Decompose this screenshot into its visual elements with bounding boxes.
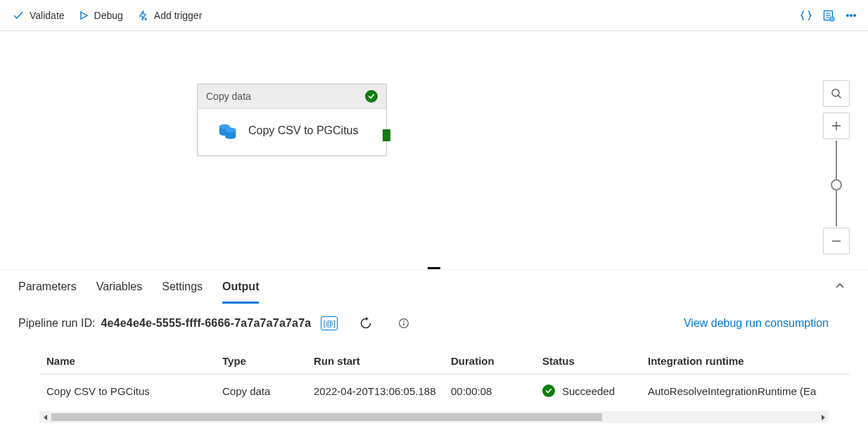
add-trigger-button[interactable]: Add trigger <box>130 6 209 25</box>
table-header-row: Name Type Run start Duration Status Inte… <box>39 348 850 375</box>
scrollbar-track[interactable] <box>51 411 817 423</box>
braces-icon <box>800 9 812 22</box>
activity-copy-data[interactable]: Copy data Copy CSV to PGCitus <box>197 84 387 156</box>
activity-name: Copy CSV to PGCitus <box>248 124 359 137</box>
code-view-button[interactable] <box>795 4 817 27</box>
more-button[interactable] <box>840 4 862 27</box>
pipeline-canvas[interactable]: Copy data Copy CSV to PGCitus <box>0 31 868 266</box>
triangle-right-icon <box>820 415 826 420</box>
zoom-slider[interactable] <box>836 141 837 226</box>
run-id-label: Pipeline run ID: <box>18 317 95 330</box>
run-id-value: 4e4e4e4e-5555-ffff-6666-7a7a7a7a7a7a <box>101 317 311 330</box>
cell-run-start: 2022-04-20T13:06:05.188 <box>307 375 444 408</box>
cell-duration: 00:00:08 <box>444 375 535 408</box>
validate-label: Validate <box>30 10 65 21</box>
col-integration-runtime[interactable]: Integration runtime <box>641 348 850 375</box>
ellipsis-icon <box>845 9 857 22</box>
output-table: Name Type Run start Duration Status Inte… <box>39 347 850 407</box>
success-icon <box>365 90 378 103</box>
bottom-panel: Parameters Variables Settings Output Pip… <box>0 269 868 423</box>
play-icon <box>79 11 89 20</box>
output-table-wrap: Name Type Run start Duration Status Inte… <box>39 347 850 407</box>
info-icon <box>398 318 409 329</box>
refresh-button[interactable] <box>356 313 376 333</box>
cell-status-text: Succeeded <box>562 385 615 397</box>
expression-button[interactable]: [@] <box>321 316 338 330</box>
collapse-panel-button[interactable] <box>830 276 850 298</box>
activity-body: Copy CSV to PGCitus <box>198 109 386 155</box>
plus-icon <box>831 120 842 131</box>
view-consumption-link[interactable]: View debug run consumption <box>684 317 829 330</box>
check-icon <box>13 10 24 21</box>
chevron-up-icon <box>834 280 845 292</box>
pipeline-run-row: Pipeline run ID: 4e4e4e4e-5555-ffff-6666… <box>0 304 868 347</box>
col-status[interactable]: Status <box>535 348 641 375</box>
add-trigger-label: Add trigger <box>154 10 202 21</box>
col-run-start[interactable]: Run start <box>307 348 444 375</box>
canvas-zoom-controls <box>823 80 850 257</box>
svg-point-2 <box>847 14 849 16</box>
cell-integration-runtime: AutoResolveIntegrationRuntime (Ea <box>641 375 850 408</box>
tab-output[interactable]: Output <box>222 270 259 304</box>
debug-label: Debug <box>94 10 123 21</box>
trigger-icon <box>137 10 148 21</box>
pipeline-toolbar: Validate Debug Add trigger <box>0 0 868 31</box>
tab-variables[interactable]: Variables <box>96 270 143 304</box>
col-duration[interactable]: Duration <box>444 348 535 375</box>
tab-settings[interactable]: Settings <box>162 270 203 304</box>
table-row[interactable]: Copy CSV to PGCitus Copy data 2022-04-20… <box>39 375 850 408</box>
fit-to-screen-button[interactable] <box>823 80 850 107</box>
svg-point-8 <box>225 128 236 133</box>
zoom-in-button[interactable] <box>823 112 850 139</box>
scrollbar-thumb[interactable] <box>51 413 602 421</box>
tab-parameters[interactable]: Parameters <box>18 270 77 304</box>
search-icon <box>831 88 842 99</box>
triangle-left-icon <box>43 415 49 420</box>
pipeline-canvas-wrap: Copy data Copy CSV to PGCitus <box>0 31 868 266</box>
validate-button[interactable]: Validate <box>6 6 72 25</box>
cell-type: Copy data <box>215 375 307 408</box>
svg-point-3 <box>850 14 853 16</box>
scroll-right-button[interactable] <box>817 411 829 423</box>
svg-point-9 <box>832 89 839 96</box>
info-button[interactable] <box>394 313 414 333</box>
scroll-left-button[interactable] <box>39 411 51 423</box>
properties-button[interactable] <box>817 4 840 27</box>
horizontal-scrollbar[interactable] <box>39 411 829 423</box>
cell-name: Copy CSV to PGCitus <box>39 375 215 408</box>
properties-icon <box>822 9 835 22</box>
debug-button[interactable]: Debug <box>72 6 130 25</box>
col-type[interactable]: Type <box>215 348 307 375</box>
panel-tabs: Parameters Variables Settings Output <box>0 270 868 304</box>
minus-icon <box>831 235 842 247</box>
col-name[interactable]: Name <box>39 348 215 375</box>
activity-header: Copy data <box>198 84 386 109</box>
svg-point-4 <box>854 14 856 16</box>
success-icon <box>542 384 555 397</box>
svg-point-11 <box>403 321 404 322</box>
activity-type-label: Copy data <box>206 91 359 102</box>
refresh-icon <box>359 316 373 330</box>
zoom-slider-thumb[interactable] <box>831 179 842 190</box>
database-icon <box>217 120 238 141</box>
zoom-out-button[interactable] <box>823 228 850 254</box>
activity-output-connector[interactable] <box>383 129 390 141</box>
cell-status: Succeeded <box>535 375 641 408</box>
